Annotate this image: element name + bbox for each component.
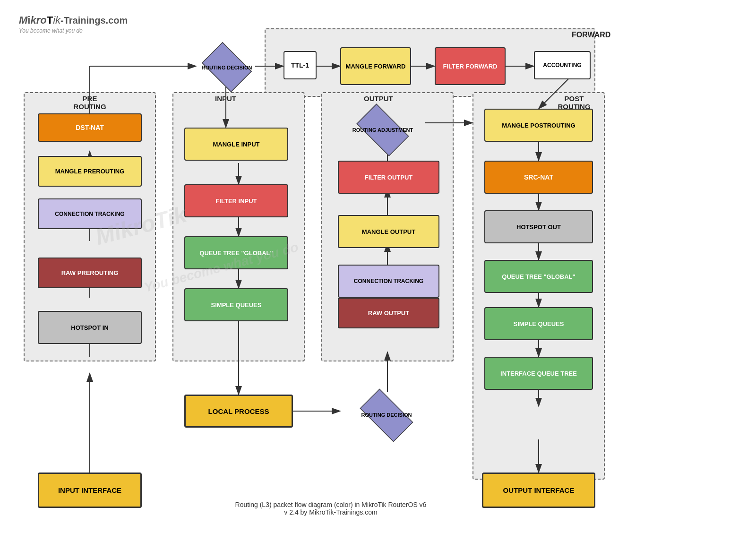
logo: MikroTik-Trainings.com You become what y… bbox=[19, 14, 128, 34]
accounting-box: ACCOUNTING bbox=[534, 51, 591, 79]
filter-forward-box: FILTER FORWARD bbox=[435, 47, 506, 85]
queue-tree-global-post-box: QUEUE TREE "GLOBAL" bbox=[484, 260, 593, 293]
caption-line2: v 2.4 by MikroTik-Trainings.com bbox=[284, 508, 377, 516]
caption-line1: Routing (L3) packet flow diagram (color)… bbox=[235, 501, 427, 508]
raw-output-box: RAW OUTPUT bbox=[338, 298, 439, 328]
input-label: INPUT bbox=[215, 95, 236, 103]
src-nat-box: SRC-NAT bbox=[484, 161, 593, 194]
output-label: OUTPUT bbox=[364, 95, 393, 103]
mangle-prerouting-box: MANGLE PREROUTING bbox=[38, 156, 142, 187]
logo-trainings: -Trainings.com bbox=[60, 15, 128, 26]
mangle-output-box: MANGLE OUTPUT bbox=[338, 215, 439, 248]
mangle-input-box: MANGLE INPUT bbox=[184, 128, 288, 161]
queue-tree-global-input-box: QUEUE TREE "GLOBAL" bbox=[184, 236, 288, 269]
hotspot-in-box: HOTSPOT IN bbox=[38, 311, 142, 344]
routing-decision-top: ROUTING DECISION bbox=[196, 46, 258, 89]
post-routing-label: POSTROUTING bbox=[548, 95, 600, 111]
routing-adjustment-diamond: ROUTING ADJUSTMENT bbox=[340, 106, 425, 154]
hotspot-out-box: HOTSPOT OUT bbox=[484, 210, 593, 243]
connection-tracking-out-box: CONNECTION TRACKING bbox=[338, 265, 439, 298]
raw-prerouting-box: RAW PREROUTING bbox=[38, 258, 142, 288]
logo-tik: Tik bbox=[47, 14, 60, 26]
dst-nat-box: DST-NAT bbox=[38, 113, 142, 142]
local-process-box: LOCAL PROCESS bbox=[184, 395, 293, 428]
mangle-postrouting-box: MANGLE POSTROUTING bbox=[484, 109, 593, 142]
diagram-container: MikroTik-Trainings.com You become what y… bbox=[0, 0, 756, 550]
filter-input-box: FILTER INPUT bbox=[184, 184, 288, 217]
filter-output-box: FILTER OUTPUT bbox=[338, 161, 439, 194]
caption: Routing (L3) packet flow diagram (color)… bbox=[189, 501, 472, 516]
forward-label: FORWARD bbox=[572, 31, 610, 39]
output-interface-box: OUTPUT INTERFACE bbox=[482, 473, 595, 508]
mangle-forward-box: MANGLE FORWARD bbox=[340, 47, 411, 85]
routing-decision-bottom: ROUTING DECISION bbox=[339, 391, 434, 438]
simple-queues-input-box: SIMPLE QUEUES bbox=[184, 288, 288, 321]
simple-queues-post-box: SIMPLE QUEUES bbox=[484, 307, 593, 340]
logo-tagline: You become what you do bbox=[19, 27, 128, 34]
input-interface-box: INPUT INTERFACE bbox=[38, 473, 142, 508]
pre-routing-label: PREROUTING bbox=[45, 95, 135, 111]
ttl1-box: TTL-1 bbox=[284, 51, 317, 79]
logo-mikro: Mikro bbox=[19, 14, 47, 26]
connection-tracking-pre-box: CONNECTION TRACKING bbox=[38, 198, 142, 229]
interface-queue-tree-box: INTERFACE QUEUE TREE bbox=[484, 357, 593, 390]
